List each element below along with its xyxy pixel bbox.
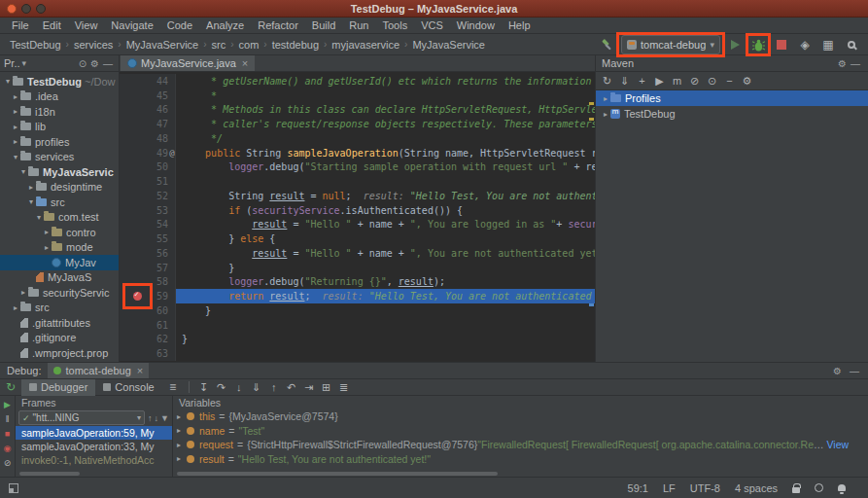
- menu-help[interactable]: Help: [502, 19, 538, 31]
- window-close-button[interactable]: [7, 4, 17, 14]
- layout-icon[interactable]: ▦: [819, 36, 837, 53]
- frame-row[interactable]: sampleJavaOperation:59, My: [16, 426, 172, 440]
- tree-item[interactable]: .gitattributes: [0, 315, 119, 331]
- breadcrumb-item[interactable]: services: [74, 39, 113, 51]
- editor-tab[interactable]: MyJavaService.java ×: [121, 55, 255, 71]
- hide-icon[interactable]: —: [848, 366, 861, 376]
- stop-icon[interactable]: ■: [5, 428, 10, 440]
- tree-item[interactable]: MyJavaS: [0, 270, 119, 286]
- force-step-into-icon[interactable]: ⇓: [249, 378, 264, 396]
- tree-item[interactable]: ▸lib: [0, 120, 119, 135]
- indent[interactable]: 4 spaces: [735, 482, 778, 494]
- variable-row[interactable]: ▸name="Test": [173, 424, 868, 439]
- expand-arrow-icon[interactable]: ▸: [601, 110, 610, 119]
- stop-button[interactable]: [773, 36, 790, 53]
- build-hammer-icon[interactable]: [598, 36, 615, 53]
- offline-mode-icon[interactable]: ⊘: [686, 73, 703, 89]
- frames-hscrollbar[interactable]: [17, 471, 170, 477]
- expand-arrow-icon[interactable]: ▸: [11, 303, 20, 312]
- breadcrumb-item[interactable]: src: [212, 39, 226, 51]
- tree-item[interactable]: ▸contro: [0, 225, 119, 240]
- layout-menu-icon[interactable]: ≡: [164, 378, 182, 396]
- expand-arrow-icon[interactable]: ▸: [177, 426, 187, 435]
- menu-navigate[interactable]: Navigate: [104, 19, 159, 31]
- collapse-arrow-icon[interactable]: ▾: [26, 197, 36, 206]
- tree-item[interactable]: .wmproject.prop: [0, 345, 119, 361]
- variables-hscrollbar[interactable]: [175, 471, 866, 477]
- expand-arrow-icon[interactable]: ▸: [177, 412, 187, 421]
- expand-arrow-icon[interactable]: ▸: [11, 137, 20, 146]
- tree-item[interactable]: ▾src: [0, 195, 119, 210]
- expand-arrow-icon[interactable]: ▸: [601, 94, 610, 103]
- tree-item[interactable]: ▸securityServic: [0, 285, 119, 301]
- thread-selector[interactable]: ✓ "htt...NING ▾: [18, 410, 145, 425]
- toolwindow-toggle-icon[interactable]: [9, 483, 18, 493]
- tree-item[interactable]: ▸i18n: [0, 104, 119, 120]
- project-view-selector[interactable]: Pr..: [4, 57, 20, 69]
- settings-icon[interactable]: ⚙: [88, 58, 101, 69]
- collapse-all-icon[interactable]: −: [721, 73, 738, 89]
- tree-item[interactable]: ▸src: [0, 301, 119, 316]
- skip-tests-icon[interactable]: ⊙: [704, 73, 720, 89]
- frame-row[interactable]: sampleJavaOperation:33, My: [16, 440, 172, 453]
- breadcrumb-item[interactable]: TestDebug: [10, 39, 61, 51]
- view-breakpoints-icon[interactable]: ◉: [4, 443, 12, 454]
- menu-window[interactable]: Window: [450, 19, 502, 31]
- evaluate-expression-icon[interactable]: ⊞: [319, 378, 334, 396]
- variable-row[interactable]: ▸result="Hello Test, You are not authent…: [173, 452, 868, 467]
- tree-item[interactable]: ▸.idea: [0, 89, 119, 105]
- collapse-arrow-icon[interactable]: ▾: [18, 167, 28, 176]
- run-maven-icon[interactable]: ▶: [651, 73, 668, 89]
- step-over-icon[interactable]: ↷: [214, 378, 229, 396]
- debug-session-tab[interactable]: tomcat-debug ×: [48, 363, 149, 378]
- pause-icon[interactable]: ‖: [6, 413, 10, 425]
- tab-console[interactable]: Console: [95, 379, 161, 396]
- hector-icon[interactable]: [815, 483, 823, 492]
- scrollbar-stripe[interactable]: [587, 89, 595, 362]
- frame-down-icon[interactable]: ↓: [155, 413, 159, 423]
- breadcrumb-item[interactable]: MyJavaService: [412, 39, 485, 51]
- breadcrumb-item[interactable]: testdebug: [272, 39, 319, 51]
- expand-all-icon[interactable]: +: [634, 73, 650, 89]
- download-sources-icon[interactable]: ⇓: [616, 73, 633, 89]
- step-into-icon[interactable]: ↓: [231, 378, 247, 396]
- window-minimize-button[interactable]: [21, 4, 31, 14]
- encoding[interactable]: UTF-8: [690, 482, 720, 494]
- hide-icon[interactable]: —: [101, 58, 115, 69]
- search-everywhere-button[interactable]: [843, 36, 860, 53]
- bell-icon[interactable]: [838, 484, 846, 491]
- collapse-arrow-icon[interactable]: ▾: [34, 213, 44, 222]
- close-icon[interactable]: ×: [242, 57, 248, 69]
- lock-icon[interactable]: [792, 487, 800, 493]
- settings-icon[interactable]: ⚙: [831, 366, 844, 376]
- variable-row[interactable]: ▸request={StrictHttpFirewall$StrictFirew…: [173, 438, 868, 452]
- more-options-icon[interactable]: ≣: [336, 378, 352, 396]
- maven-goal-icon[interactable]: m: [669, 73, 685, 89]
- expand-arrow-icon[interactable]: ▸: [11, 107, 20, 116]
- run-config-combo[interactable]: tomcat-debug ▾: [621, 35, 720, 54]
- line-ending[interactable]: LF: [663, 482, 676, 494]
- editor-body[interactable]: 44 * getUserName() and getUserId() etc w…: [120, 72, 595, 362]
- drop-frame-icon[interactable]: ↶: [284, 378, 299, 396]
- menu-refactor[interactable]: Refactor: [251, 19, 305, 31]
- tree-item[interactable]: build.xml: [0, 361, 119, 363]
- expand-arrow-icon[interactable]: ▸: [42, 243, 52, 252]
- gear-icon[interactable]: ⚙: [836, 58, 849, 69]
- title-bar[interactable]: TestDebug – MyJavaService.java: [0, 0, 868, 18]
- tree-item[interactable]: ▾MyJavaServic: [0, 164, 119, 180]
- menu-build[interactable]: Build: [305, 19, 342, 31]
- run-to-cursor-icon[interactable]: ⇥: [301, 378, 317, 396]
- show-execution-point-icon[interactable]: ↧: [196, 378, 212, 396]
- resume-icon[interactable]: ▶: [4, 399, 11, 410]
- maven-tree-item[interactable]: ▸Profiles: [596, 90, 868, 106]
- window-maximize-button[interactable]: [36, 4, 46, 14]
- rerun-icon[interactable]: ↻: [2, 378, 19, 396]
- tree-item[interactable]: ▸designtime: [0, 180, 119, 196]
- expand-arrow-icon[interactable]: ▸: [11, 123, 20, 131]
- tab-debugger[interactable]: Debugger: [21, 379, 95, 396]
- breadcrumb-item[interactable]: com: [239, 39, 260, 51]
- collapse-arrow-icon[interactable]: ▾: [11, 153, 20, 161]
- expand-arrow-icon[interactable]: ▸: [177, 454, 187, 463]
- breadcrumb-item[interactable]: myjavaservice: [331, 39, 399, 51]
- expand-arrow-icon[interactable]: ▸: [177, 441, 187, 449]
